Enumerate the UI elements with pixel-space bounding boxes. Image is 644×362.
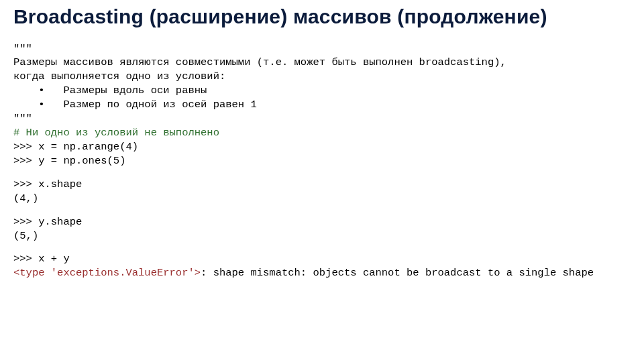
docstring-close: """ xyxy=(13,113,32,125)
code-comment: # Ни одно из условий не выполнено xyxy=(13,127,219,139)
code-output: (4,) xyxy=(13,192,38,204)
code-output: (5,) xyxy=(13,230,38,242)
error-type: <type 'exceptions.ValueError'> xyxy=(13,267,201,279)
shape-y-block: >>> y.shape (5,) xyxy=(13,215,631,243)
docstring-block: """ Размеры массивов являются совместимы… xyxy=(13,42,631,168)
bullet-item: • Размер по одной из осей равен 1 xyxy=(13,99,257,111)
bullet-item: • Размеры вдоль оси равны xyxy=(13,84,207,97)
code-line: >>> y = np.ones(5) xyxy=(13,155,125,167)
docstring-open: """ xyxy=(13,43,32,55)
desc-line: когда выполняется одно из условий: xyxy=(13,70,225,82)
shape-x-block: >>> x.shape (4,) xyxy=(13,178,631,206)
code-line: >>> x + y xyxy=(13,253,70,265)
code-line: >>> x = np.arange(4) xyxy=(13,141,138,153)
slide: Broadcasting (расширение) массивов (прод… xyxy=(0,0,644,362)
error-message: : shape mismatch: objects cannot be broa… xyxy=(201,267,594,279)
code-line: >>> y.shape xyxy=(13,216,82,228)
error-block: >>> x + y <type 'exceptions.ValueError'>… xyxy=(13,252,631,280)
desc-line: Размеры массивов являются совместимыми (… xyxy=(13,56,506,68)
page-title: Broadcasting (расширение) массивов (прод… xyxy=(13,5,631,29)
code-line: >>> x.shape xyxy=(13,178,82,190)
